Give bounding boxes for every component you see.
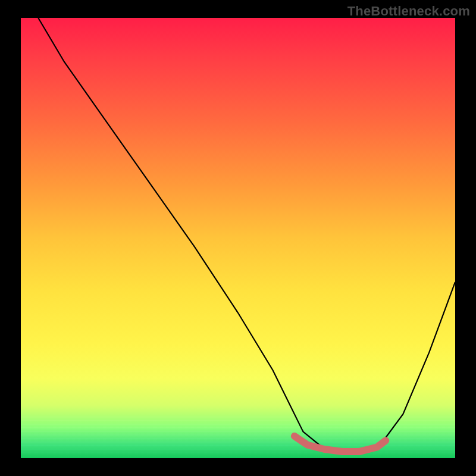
highlight-band bbox=[295, 436, 386, 452]
chart-frame: TheBottleneck.com bbox=[0, 0, 476, 476]
plot-area bbox=[21, 18, 455, 458]
watermark-text: TheBottleneck.com bbox=[347, 4, 470, 19]
main-curve bbox=[38, 18, 455, 454]
curve-layer bbox=[21, 18, 455, 458]
